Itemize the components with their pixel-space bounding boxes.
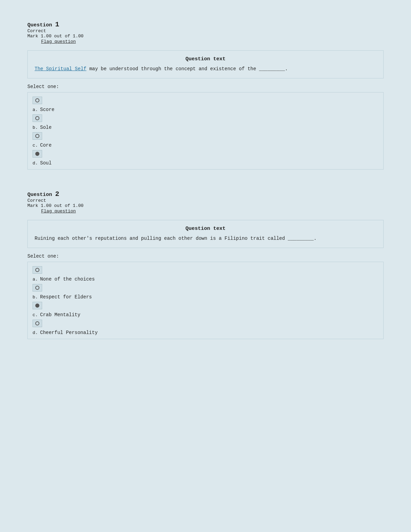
option-letter-2-4: d.: [33, 330, 39, 335]
option-label-row-2-1: a.None of the choices: [33, 276, 378, 282]
option-wrapper-1-2: b.Sole: [33, 113, 378, 130]
question-label-text: Question: [27, 192, 55, 198]
radio-inner-2-1: [35, 268, 39, 272]
option-letter-1-3: c.: [33, 143, 39, 148]
radio-box-1-4[interactable]: [33, 150, 42, 158]
question-body-2: Ruining each other's reputations and pul…: [35, 236, 316, 241]
select-one-label-2: Select one:: [27, 253, 384, 259]
option-wrapper-2-2: b.Respect for Elders: [33, 283, 378, 300]
option-text-1-3: Core: [40, 143, 52, 148]
question-number: 2: [55, 190, 59, 198]
option-wrapper-1-3: c.Core: [33, 131, 378, 148]
option-letter-2-3: c.: [33, 312, 39, 318]
radio-box-2-4[interactable]: [33, 320, 42, 327]
question-text-2: Ruining each other's reputations and pul…: [35, 235, 376, 242]
option-radio-row-2-2[interactable]: [33, 283, 378, 293]
option-radio-row-1-2[interactable]: [33, 113, 378, 123]
option-wrapper-1-4: d.Soul: [33, 149, 378, 166]
option-text-2-3: Crab Mentality: [40, 312, 80, 318]
radio-inner-1-2: [35, 116, 39, 120]
question-block-2: Question 2CorrectMark 1.00 out of 1.00Fl…: [27, 190, 384, 339]
question-status-2: Correct: [27, 198, 384, 203]
question-box-2: Question textRuining each other's reputa…: [27, 220, 384, 248]
question-label-1: Question 1: [27, 21, 384, 28]
radio-inner-1-4: [35, 152, 39, 156]
radio-box-1-2[interactable]: [33, 114, 42, 122]
radio-inner-2-2: [35, 286, 39, 290]
option-text-2-2: Respect for Elders: [40, 294, 92, 300]
question-link-1[interactable]: The Spiritual Self: [35, 66, 86, 72]
option-letter-1-2: b.: [33, 125, 39, 130]
option-radio-row-1-4[interactable]: [33, 149, 378, 159]
option-letter-2-2: b.: [33, 295, 39, 300]
radio-inner-1-3: [35, 134, 39, 138]
option-wrapper-2-3: c.Crab Mentality: [33, 300, 378, 318]
question-body-1: may be understood through the concept an…: [86, 66, 288, 72]
option-radio-row-2-3[interactable]: [33, 300, 378, 311]
radio-box-1-3[interactable]: [33, 132, 42, 140]
option-label-row-2-3: c.Crab Mentality: [33, 312, 378, 318]
question-meta-2: Question 2CorrectMark 1.00 out of 1.00Fl…: [27, 190, 384, 214]
option-text-2-1: None of the choices: [40, 276, 95, 282]
option-label-row-1-4: d.Soul: [33, 160, 378, 166]
option-text-1-2: Sole: [40, 125, 52, 130]
question-meta-1: Question 1CorrectMark 1.00 out of 1.00Fl…: [27, 21, 384, 44]
option-text-1-4: Soul: [40, 160, 52, 166]
option-radio-row-2-1[interactable]: [33, 265, 378, 275]
question-block-1: Question 1CorrectMark 1.00 out of 1.00Fl…: [27, 21, 384, 170]
select-one-label-1: Select one:: [27, 84, 384, 89]
option-label-row-2-4: d.Cheerful Personality: [33, 330, 378, 335]
option-wrapper-2-1: a.None of the choices: [33, 265, 378, 282]
options-area-2: a.None of the choicesb.Respect for Elder…: [27, 262, 384, 339]
question-mark-1: Mark 1.00 out of 1.00: [27, 34, 384, 39]
option-letter-2-1: a.: [33, 277, 39, 282]
option-text-1-1: Score: [40, 107, 54, 112]
question-label-text: Question: [27, 22, 55, 28]
radio-box-2-2[interactable]: [33, 284, 42, 292]
flag-question-2[interactable]: Flag question: [27, 208, 384, 214]
option-radio-row-2-4[interactable]: [33, 318, 378, 329]
question-status-1: Correct: [27, 28, 384, 34]
radio-box-2-3[interactable]: [33, 302, 42, 309]
question-box-1: Question textThe Spiritual Self may be u…: [27, 50, 384, 78]
question-text-1: The Spiritual Self may be understood thr…: [35, 65, 376, 73]
question-box-title-1: Question text: [35, 56, 376, 62]
option-label-row-2-2: b.Respect for Elders: [33, 294, 378, 300]
option-label-row-1-1: a.Score: [33, 107, 378, 112]
option-wrapper-1-1: a.Score: [33, 95, 378, 112]
radio-box-2-1[interactable]: [33, 266, 42, 274]
radio-inner-2-4: [35, 321, 39, 325]
options-area-1: a.Scoreb.Solec.Cored.Soul: [27, 92, 384, 170]
radio-inner-1-1: [35, 98, 39, 102]
radio-box-1-1[interactable]: [33, 97, 42, 104]
option-label-row-1-3: c.Core: [33, 143, 378, 148]
option-radio-row-1-3[interactable]: [33, 131, 378, 141]
question-number: 1: [55, 21, 59, 28]
option-letter-1-4: d.: [33, 161, 39, 166]
option-wrapper-2-4: d.Cheerful Personality: [33, 318, 378, 335]
flag-question-1[interactable]: Flag question: [27, 39, 384, 44]
question-label-2: Question 2: [27, 190, 384, 198]
option-radio-row-1-1[interactable]: [33, 95, 378, 106]
question-mark-2: Mark 1.00 out of 1.00: [27, 203, 384, 208]
radio-inner-2-3: [35, 304, 39, 308]
option-label-row-1-2: b.Sole: [33, 125, 378, 130]
option-text-2-4: Cheerful Personality: [40, 330, 98, 335]
question-box-title-2: Question text: [35, 226, 376, 232]
option-letter-1-1: a.: [33, 107, 39, 112]
